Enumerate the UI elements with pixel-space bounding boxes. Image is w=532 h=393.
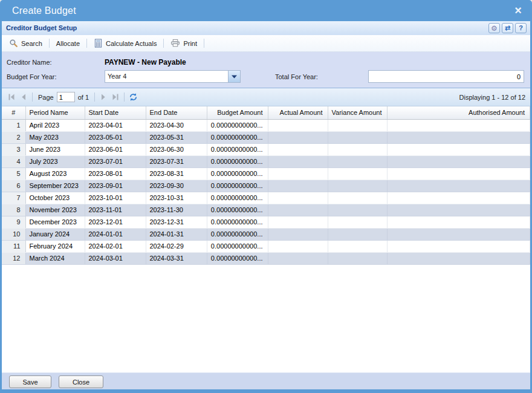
search-button[interactable]: Search [4,37,47,50]
print-button-label: Print [183,40,197,47]
cell-start-date: 2023-09-01 [85,180,146,192]
cell-start-date: 2023-08-01 [85,167,146,180]
cell-row-number: 5 [2,167,25,180]
cell-row-number: 7 [2,192,25,204]
cell-end-date: 2023-10-31 [146,192,207,204]
cell-end-date: 2024-01-31 [146,228,207,240]
cell-start-date: 2023-12-01 [85,216,146,228]
cell-authorised-amount [387,131,530,143]
paging-separator [32,93,33,102]
cell-row-number: 10 [2,228,25,240]
paging-separator [94,93,95,102]
cell-end-date: 2024-02-29 [146,240,207,252]
last-page-icon [111,93,120,101]
settings-button[interactable]: ⚙ [488,23,500,33]
column-header-row-number[interactable]: # [2,106,25,119]
cell-actual-amount [268,228,328,240]
column-header-actual-amount[interactable]: Actual Amount [268,106,328,119]
cell-period-name: February 2024 [25,240,85,252]
last-page-button[interactable] [109,91,122,103]
cell-authorised-amount [387,204,530,216]
search-button-label: Search [21,40,42,47]
table-row[interactable]: 3June 20232023-06-012023-06-300.00000000… [2,143,530,155]
column-header-authorised-amount[interactable]: Authorised Amount [387,106,530,119]
window-titlebar: Create Budget × [0,0,532,21]
cell-start-date: 2023-05-01 [85,131,146,143]
next-page-button[interactable] [97,91,109,103]
table-row[interactable]: 4July 20232023-07-012023-07-310.00000000… [2,155,530,167]
toolbar-separator [163,39,164,48]
column-header-period-name[interactable]: Period Name [25,106,85,119]
paging-separator [124,93,125,102]
cell-variance-amount [328,240,387,252]
column-header-variance-amount[interactable]: Variance Amount [328,106,387,119]
cell-end-date: 2024-03-31 [146,252,207,264]
table-row[interactable]: 12March 20242024-03-012024-03-310.000000… [2,252,530,264]
printer-icon [170,39,180,48]
cell-start-date: 2023-04-01 [85,119,146,131]
cell-period-name: October 2023 [25,192,85,204]
page-number-input[interactable] [57,92,75,102]
cell-variance-amount [328,180,387,192]
print-button[interactable]: Print [166,37,202,50]
calculate-actuals-button-label: Calculate Actuals [106,40,157,47]
cell-row-number: 3 [2,143,25,155]
cell-period-name: December 2023 [25,216,85,228]
table-row[interactable]: 8November 20232023-11-012023-11-300.0000… [2,204,530,216]
combo-trigger-button[interactable] [228,71,240,82]
cell-row-number: 6 [2,180,25,192]
column-header-budget-amount[interactable]: Budget Amount [207,106,268,119]
table-row[interactable]: 9December 20232023-12-012023-12-310.0000… [2,216,530,228]
close-icon[interactable]: × [511,4,525,17]
first-page-icon [7,93,16,101]
help-button[interactable]: ? [515,23,527,33]
table-row[interactable]: 11February 20242024-02-012024-02-290.000… [2,240,530,252]
cell-period-name: August 2023 [25,167,85,180]
next-page-icon [99,93,108,101]
cell-variance-amount [328,167,387,180]
allocate-button[interactable]: Allocate [51,38,85,49]
cell-end-date: 2023-08-31 [146,167,207,180]
cell-authorised-amount [387,143,530,155]
displaying-status: Displaying 1 - 12 of 12 [459,94,527,101]
prev-page-icon [19,93,28,101]
cell-budget-amount: 0.00000000000... [207,240,268,252]
cell-variance-amount [328,228,387,240]
cell-authorised-amount [387,216,530,228]
cell-actual-amount [268,167,328,180]
cell-authorised-amount [387,240,530,252]
cell-row-number: 8 [2,204,25,216]
cell-row-number: 12 [2,252,25,264]
calculate-actuals-button[interactable]: Calculate Actuals [89,37,161,50]
budget-for-year-label: Budget For Year: [7,73,57,80]
total-for-year-input[interactable] [368,70,524,83]
cell-variance-amount [328,216,387,228]
prev-page-button[interactable] [18,91,30,103]
refresh-button[interactable] [127,91,139,103]
table-row[interactable]: 10January 20242024-01-012024-01-310.0000… [2,228,530,240]
window-title: Create Budget [12,0,76,21]
allocate-button-label: Allocate [56,40,80,47]
column-header-end-date[interactable]: End Date [146,106,207,119]
cell-actual-amount [268,216,328,228]
cell-budget-amount: 0.00000000000... [207,252,268,264]
cell-actual-amount [268,204,328,216]
panel-title: Creditor Budget Setup [6,24,77,31]
table-row[interactable]: 2May 20232023-05-012023-05-310.000000000… [2,131,530,143]
close-button[interactable]: Close [59,375,103,388]
first-page-button[interactable] [5,91,18,103]
cell-budget-amount: 0.00000000000... [207,143,268,155]
column-header-start-date[interactable]: Start Date [85,106,146,119]
table-row[interactable]: 5August 20232023-08-012023-08-310.000000… [2,167,530,180]
cell-authorised-amount [387,192,530,204]
cell-budget-amount: 0.00000000000... [207,204,268,216]
table-row[interactable]: 1April 20232023-04-012023-04-300.0000000… [2,119,530,131]
save-button[interactable]: Save [9,375,51,388]
refresh-button-small[interactable]: ⇄ [502,23,513,33]
cell-period-name: September 2023 [25,180,85,192]
table-row[interactable]: 7October 20232023-10-012023-10-310.00000… [2,192,530,204]
budget-year-combobox[interactable]: Year 4 [105,70,241,83]
budget-form: Creditor Name: PAYNEW - New Payable Budg… [2,52,530,88]
table-row[interactable]: 6September 20232023-09-012023-09-300.000… [2,180,530,192]
cell-end-date: 2023-09-30 [146,180,207,192]
